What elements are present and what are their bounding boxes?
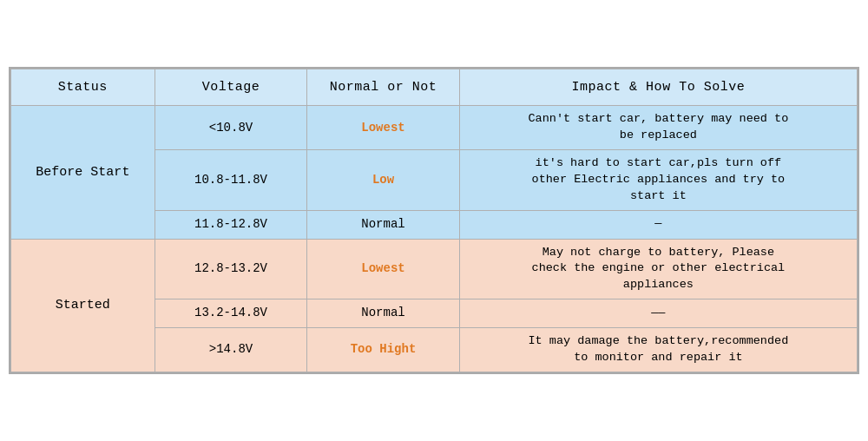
- voltage-cell: 10.8-11.8V: [155, 150, 307, 211]
- normal-or-not-cell: Lowest: [307, 239, 460, 299]
- impact-cell: It may damage the battery,recommendedto …: [459, 327, 857, 372]
- header-status: Status: [11, 69, 155, 106]
- header-impact: Impact & How To Solve: [459, 69, 857, 106]
- table-row: Before Start<10.8VLowestCann't start car…: [11, 106, 858, 150]
- impact-cell: ——: [459, 299, 857, 328]
- main-table-wrapper: Status Voltage Normal or Not Impact & Ho…: [9, 67, 859, 373]
- header-voltage: Voltage: [155, 69, 307, 106]
- status-label: Low: [372, 173, 394, 187]
- voltage-cell: <10.8V: [155, 106, 307, 150]
- normal-or-not-cell: Normal: [307, 299, 460, 328]
- impact-cell: —: [459, 210, 857, 239]
- normal-or-not-cell: Too Hight: [307, 327, 460, 372]
- status-cell: Before Start: [11, 106, 155, 239]
- voltage-cell: >14.8V: [155, 327, 307, 372]
- header-row: Status Voltage Normal or Not Impact & Ho…: [11, 69, 858, 106]
- normal-or-not-cell: Lowest: [307, 106, 460, 150]
- normal-or-not-cell: Normal: [307, 210, 460, 239]
- status-label: Too Hight: [351, 342, 417, 356]
- normal-or-not-cell: Low: [307, 150, 460, 211]
- voltage-cell: 13.2-14.8V: [155, 299, 307, 328]
- voltage-table: Status Voltage Normal or Not Impact & Ho…: [10, 69, 858, 372]
- impact-cell: it's hard to start car,pls turn offother…: [459, 150, 857, 211]
- status-label: Lowest: [361, 261, 404, 275]
- voltage-cell: 12.8-13.2V: [155, 239, 307, 299]
- impact-cell: May not charge to battery, Pleasecheck t…: [459, 239, 857, 299]
- status-cell: Started: [11, 239, 155, 372]
- voltage-cell: 11.8-12.8V: [155, 210, 307, 239]
- impact-cell: Cann't start car, battery may need tobe …: [459, 106, 857, 150]
- table-row: Started12.8-13.2VLowestMay not charge to…: [11, 239, 858, 299]
- header-normal-or-not: Normal or Not: [307, 69, 460, 106]
- status-label: Lowest: [361, 121, 404, 135]
